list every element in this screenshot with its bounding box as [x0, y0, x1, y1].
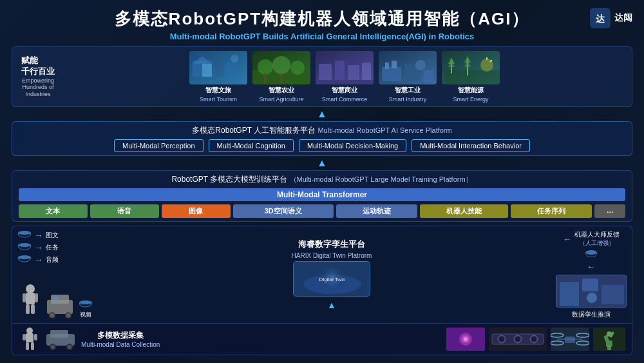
- svg-rect-58: [53, 297, 59, 301]
- svg-rect-6: [215, 57, 223, 77]
- industry-img-commerce: [316, 51, 374, 84]
- industry-items: 智慧文旅 Smart Tourism 智慧农业 Smart Agricultur…: [64, 51, 625, 103]
- arrow-left-2: ←: [587, 262, 596, 272]
- sensor-img: [446, 328, 485, 351]
- svg-point-71: [26, 328, 33, 334]
- svg-point-82: [68, 345, 71, 349]
- svg-point-94: [531, 337, 536, 342]
- feedback-text: 机器人大师反馈: [574, 230, 620, 239]
- modality-skill: 机器人技能: [420, 204, 507, 218]
- svg-rect-72: [26, 333, 33, 342]
- industry-caption-en-agri: Smart Agriculture: [259, 96, 303, 103]
- arm-img: [593, 328, 625, 351]
- robot-vehicle-1: [46, 288, 75, 319]
- svg-rect-76: [31, 342, 34, 350]
- svg-rect-24: [385, 63, 389, 69]
- svg-rect-68: [582, 279, 598, 291]
- industry-section: 赋能 千行百业 EmpoweringHundreds ofIndustries …: [12, 46, 632, 107]
- svg-point-46: [26, 284, 35, 293]
- industry-img-industry: [379, 51, 437, 84]
- db-icon-audio: [17, 255, 32, 264]
- industry-item-tourism: 智慧文旅 Smart Tourism: [189, 51, 247, 103]
- collection-en: Multi-modal Data Collection: [81, 341, 160, 348]
- svg-point-42: [18, 243, 31, 247]
- svg-rect-78: [50, 330, 68, 338]
- modality-items: 文本 语音 图像 3D空间语义 运动轨迹 机器人技能 任务序列 …: [19, 204, 625, 218]
- service-platform: 多模态RobotGPT 人工智能服务平台 Multi-modal RobotGP…: [12, 121, 632, 156]
- capability-decision: Multi-Modal Decision-Making: [299, 139, 406, 152]
- db-icon-feedback: [584, 250, 598, 259]
- industry-label-en: EmpoweringHundreds ofIndustries: [22, 77, 54, 98]
- svg-point-55: [50, 313, 54, 317]
- left-panel: → 图文 → 任务 → 音频: [17, 230, 108, 319]
- input-audio: → 音频: [17, 255, 108, 265]
- logo-icon: 达: [590, 8, 611, 28]
- video-label: 视频: [80, 311, 91, 319]
- svg-rect-50: [26, 304, 30, 314]
- feedback-label: 机器人大师反馈 （人工增强）: [574, 230, 620, 248]
- industry-caption-zh-industry: 智慧工业: [395, 86, 421, 95]
- main-container: 达 达闼 多模态RobotGPT构建机器人领域通用智能（AGI） Multi-m…: [0, 0, 644, 363]
- svg-point-80: [51, 345, 55, 349]
- svg-rect-75: [26, 342, 29, 350]
- svg-rect-51: [31, 304, 35, 314]
- svg-point-44: [18, 255, 31, 259]
- right-panel: ← 机器人大师反馈 （人工增强） ←: [556, 230, 627, 319]
- twin-title-en: HARIX Digital Twin Platrorm: [292, 252, 372, 259]
- svg-rect-17: [319, 64, 332, 82]
- industry-label-zh: 赋能 千行百业: [21, 55, 55, 77]
- logo: 达 达闼: [590, 8, 632, 28]
- db-icon-imgtext: [17, 231, 32, 240]
- svg-rect-48: [23, 293, 26, 302]
- video-section: 视频: [79, 300, 93, 319]
- svg-rect-4: [202, 64, 212, 77]
- modality-more: …: [594, 204, 625, 218]
- drone-img: [551, 328, 589, 351]
- training-platform-title: RobotGPT 多模态大模型训练平台 （Multi-modal RobotGP…: [19, 174, 625, 185]
- svg-rect-25: [392, 61, 397, 68]
- svg-text:达: 达: [596, 14, 605, 24]
- capability-cognition: Multi-Modal Cognition: [209, 139, 294, 152]
- twin-center: 海睿数字孪生平台 HARIX Digital Twin Platrorm Dig…: [113, 230, 551, 319]
- svg-rect-67: [560, 282, 579, 306]
- industry-img-agriculture: [252, 51, 310, 84]
- modality-voice: 语音: [90, 204, 159, 218]
- svg-point-90: [499, 337, 504, 342]
- svg-point-27: [415, 60, 426, 70]
- capability-perception: Multi-Modal Perception: [114, 139, 204, 152]
- svg-rect-23: [382, 67, 401, 81]
- industry-img-tourism: [189, 51, 247, 84]
- svg-point-11: [258, 59, 273, 75]
- svg-rect-74: [34, 334, 37, 340]
- svg-point-65: [585, 250, 597, 255]
- svg-point-12: [272, 56, 290, 74]
- industry-label: 赋能 千行百业 EmpoweringHundreds ofIndustries: [19, 55, 57, 98]
- collection-robot-2: [45, 328, 77, 351]
- svg-point-8: [231, 55, 238, 63]
- twin-image: Digital Twin: [293, 261, 370, 297]
- db-icon-video: [79, 300, 93, 309]
- modality-task: 任务序列: [511, 204, 592, 218]
- robot-humanoid-white: [17, 284, 43, 319]
- main-title-en: Multi-modal RobotGPT Builds Artificial G…: [12, 32, 632, 41]
- collection-robot-1: [19, 327, 41, 351]
- industry-caption-zh-commerce: 智慧商业: [332, 86, 357, 95]
- feedback-arrow: ← 机器人大师反馈 （人工增强）: [563, 230, 620, 248]
- capability-interaction: Multi-Modal Interaction Behavior: [412, 139, 530, 152]
- industry-item-agriculture: 智慧农业 Smart Agriculture: [252, 51, 310, 103]
- collection-left: 多模数据采集 Multi-modal Data Collection: [19, 327, 160, 351]
- industry-caption-en-energy: Smart Energy: [453, 96, 488, 103]
- industry-item-energy: 智慧能源 Smart Energy: [442, 51, 500, 103]
- multimodal-collection: 多模数据采集 Multi-modal Data Collection: [12, 323, 632, 355]
- industry-item-industry: 智慧工业 Smart Industry: [379, 51, 437, 103]
- svg-rect-69: [601, 285, 624, 304]
- industry-img-energy: [442, 51, 500, 84]
- inference-label: 数据孪生推演: [572, 310, 611, 319]
- bottom-arrow-up: ▲: [327, 299, 336, 311]
- svg-rect-14: [264, 74, 267, 83]
- industry-caption-zh-energy: 智慧能源: [458, 86, 484, 95]
- svg-rect-21: [316, 80, 374, 84]
- header: 多模态RobotGPT构建机器人领域通用智能（AGI） Multi-modal …: [12, 8, 632, 41]
- camera-img: [489, 328, 547, 351]
- db-icon-task: [17, 243, 32, 252]
